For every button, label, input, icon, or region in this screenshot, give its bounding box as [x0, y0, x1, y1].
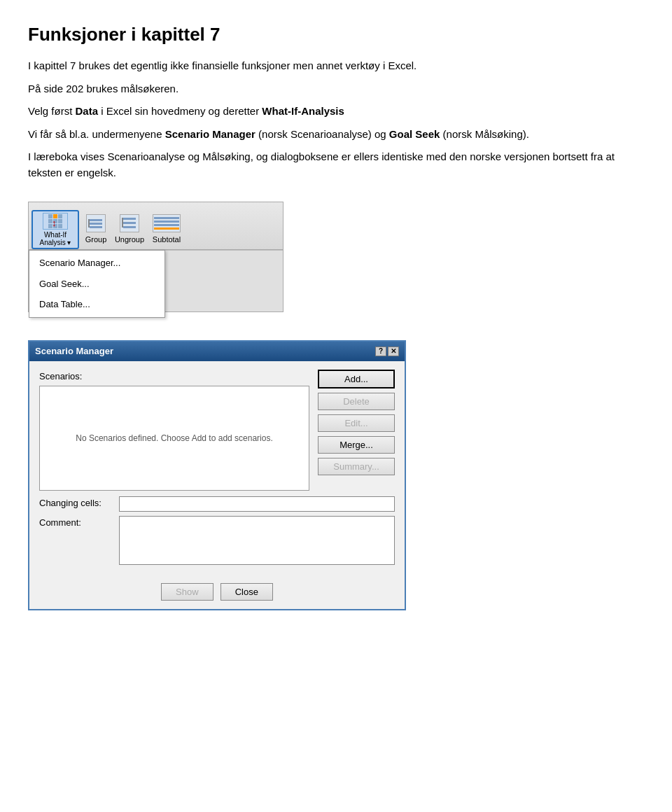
para3-post: i Excel sin hovedmeny og deretter — [98, 105, 262, 117]
scenario-manager-dialog: Scenario Manager ? ✕ Scenarios: No Scena… — [28, 340, 406, 610]
dialog-close-button[interactable]: ✕ — [388, 346, 399, 356]
what-if-icon: ↕ — [43, 213, 68, 230]
svg-rect-2 — [90, 226, 102, 228]
svg-rect-8 — [154, 217, 179, 219]
ungroup-button[interactable]: Ungroup — [113, 210, 146, 249]
delete-button[interactable]: Delete — [318, 393, 395, 410]
summary-button[interactable]: Summary... — [318, 458, 395, 475]
scenario-manager-menu-item[interactable]: Scenario Manager... — [29, 253, 164, 274]
dialog-main-row: Scenarios: No Scenarios defined. Choose … — [39, 370, 395, 491]
group-label: Group — [85, 234, 107, 246]
paragraph3: Velg først Data i Excel sin hovedmeny og… — [28, 104, 644, 120]
what-if-analysis-button[interactable]: ↕ What-IfAnalysis ▾ — [31, 210, 79, 249]
show-button[interactable]: Show — [161, 583, 214, 601]
what-if-label: What-IfAnalysis ▾ — [39, 231, 71, 246]
subtotal-button[interactable]: Subtotal — [146, 210, 187, 249]
subtotal-icon — [153, 214, 181, 232]
comment-row: Comment: — [39, 516, 395, 565]
what-if-dropdown: Scenario Manager... Goal Seek... Data Ta… — [29, 250, 165, 318]
svg-rect-0 — [90, 219, 102, 221]
changing-cells-label: Changing cells: — [39, 496, 116, 510]
subtotal-label: Subtotal — [153, 234, 181, 246]
dialog-title: Scenario Manager — [35, 344, 113, 358]
close-dialog-button[interactable]: Close — [220, 583, 273, 601]
para4-bold-scenario: Scenario Manager — [165, 128, 255, 140]
svg-rect-6 — [123, 226, 136, 228]
para4-mid: (norsk Scenarioanalyse) og — [255, 128, 389, 140]
svg-rect-1 — [90, 223, 102, 225]
dialog-help-button[interactable]: ? — [375, 346, 386, 356]
no-scenarios-text: No Scenarios defined. Choose Add to add … — [70, 426, 279, 450]
para3-pre: Velg først — [28, 105, 76, 117]
dialog-left-panel: Scenarios: No Scenarios defined. Choose … — [39, 370, 309, 491]
svg-rect-10 — [154, 224, 179, 226]
para3-bold-whatif: What-If-Analysis — [262, 105, 344, 117]
svg-rect-4 — [123, 218, 136, 220]
scenarios-list[interactable]: No Scenarios defined. Choose Add to add … — [39, 386, 309, 491]
ungroup-icon — [120, 214, 139, 232]
svg-rect-5 — [123, 222, 136, 224]
ungroup-label: Ungroup — [115, 234, 144, 246]
svg-rect-11 — [154, 227, 179, 230]
page-heading: Funksjoner i kapittel 7 — [28, 21, 644, 48]
group-button[interactable]: Group — [79, 210, 113, 249]
comment-label: Comment: — [39, 516, 116, 530]
dialog-right-buttons: Add... Delete Edit... Merge... Summary..… — [318, 370, 395, 491]
add-button[interactable]: Add... — [318, 370, 395, 388]
dialog-titlebar: Scenario Manager ? ✕ — [29, 342, 405, 361]
group-icon — [86, 214, 106, 232]
para4-post: (norsk Målsøking). — [440, 128, 529, 140]
goal-seek-menu-item[interactable]: Goal Seek... — [29, 274, 164, 295]
data-table-menu-item[interactable]: Data Table... — [29, 294, 164, 315]
para4-bold-goal: Goal Seek — [389, 128, 440, 140]
dialog-titlebar-buttons: ? ✕ — [375, 346, 399, 356]
edit-button[interactable]: Edit... — [318, 414, 395, 432]
para4-pre: Vi får så bl.a. undermenyene — [28, 128, 165, 140]
paragraph5: I læreboka vises Scenarioanalyse og Måls… — [28, 149, 644, 181]
merge-button[interactable]: Merge... — [318, 436, 395, 454]
changing-cells-value[interactable] — [119, 496, 395, 512]
ribbon-bar: ↕ What-IfAnalysis ▾ Group Ungroup — [29, 202, 283, 250]
changing-cells-row: Changing cells: — [39, 496, 395, 512]
paragraph2: På side 202 brukes målsøkeren. — [28, 81, 644, 97]
excel-ribbon-screenshot: ↕ What-IfAnalysis ▾ Group Ungroup — [28, 202, 284, 312]
para3-bold-data: Data — [76, 105, 99, 117]
dialog-footer: Show Close — [29, 578, 405, 609]
scenarios-label: Scenarios: — [39, 370, 309, 384]
comment-textarea[interactable] — [119, 516, 395, 565]
dialog-body: Scenarios: No Scenarios defined. Choose … — [29, 361, 405, 578]
paragraph1: I kapittel 7 brukes det egentlig ikke fi… — [28, 58, 644, 74]
svg-rect-9 — [154, 220, 179, 223]
paragraph4: Vi får så bl.a. undermenyene Scenario Ma… — [28, 127, 644, 143]
